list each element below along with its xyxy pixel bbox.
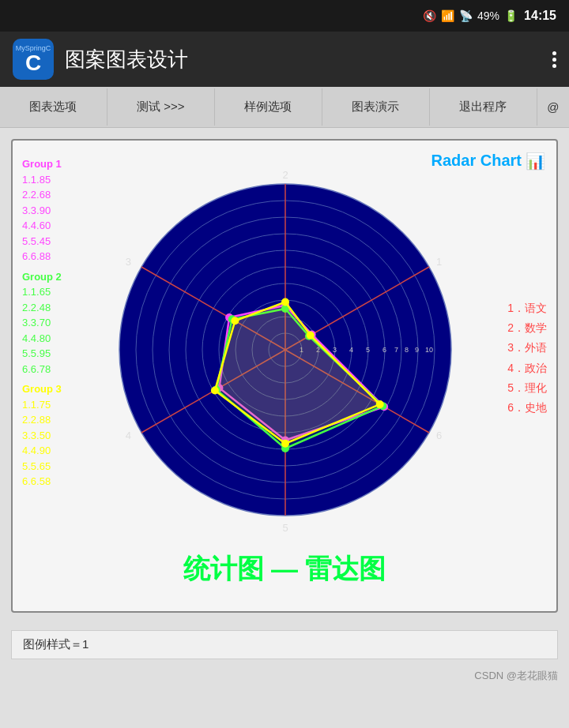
svg-point-50 <box>231 317 239 325</box>
menu-button[interactable] <box>552 51 556 68</box>
group2-values: 1.1.65 2.2.48 3.3.70 4.4.80 5.5.95 6.6.7… <box>22 284 62 377</box>
chart-container: Radar Chart 📊 Group 1 1.1.85 2.2.68 3.3.… <box>11 139 558 613</box>
svg-text:5: 5 <box>282 522 288 534</box>
svg-point-49 <box>281 298 289 306</box>
svg-text:8: 8 <box>405 346 409 354</box>
axis-label-1: 1．语文 <box>507 298 547 318</box>
nav-item-at[interactable]: @ <box>537 89 569 125</box>
svg-text:9: 9 <box>415 346 419 354</box>
wifi-icon: 📶 <box>441 9 454 22</box>
svg-point-48 <box>307 332 315 340</box>
svg-text:6: 6 <box>382 346 386 354</box>
status-bar: 🔇 📶 📡 49% 🔋 14:15 <box>0 0 569 32</box>
nav-item-test[interactable]: 测试 >>> <box>107 88 215 126</box>
axis-label-5: 5．理化 <box>507 378 547 398</box>
legend-left: Group 1 1.1.85 2.2.68 3.3.90 4.4.60 5.5.… <box>22 156 62 490</box>
nav-item-exit[interactable]: 退出程序 <box>430 88 537 126</box>
chart-subtitle: 统计图 — 雷达图 <box>13 551 556 587</box>
nav-item-chart-options[interactable]: 图表选项 <box>0 88 107 126</box>
axis-label-6: 6．史地 <box>507 398 547 418</box>
nav-bar: 图表选项 测试 >>> 样例选项 图表演示 退出程序 @ <box>0 87 569 128</box>
group2-title: Group 2 <box>22 269 62 285</box>
battery-text: 49% <box>477 9 499 22</box>
app-title: 图案图表设计 <box>65 46 541 73</box>
logo-char: C <box>25 52 41 74</box>
svg-text:10: 10 <box>425 346 433 354</box>
svg-text:6: 6 <box>436 430 442 441</box>
svg-text:5: 5 <box>366 346 370 354</box>
nav-item-sample-options[interactable]: 样例选项 <box>215 88 322 126</box>
svg-text:3: 3 <box>333 346 337 354</box>
chart-title-icon: 📊 <box>526 152 545 171</box>
main-content: Radar Chart 📊 Group 1 1.1.85 2.2.68 3.3.… <box>0 128 569 624</box>
svg-text:3: 3 <box>126 256 131 268</box>
mute-icon: 🔇 <box>423 9 436 22</box>
group1-values: 1.1.85 2.2.68 3.3.90 4.4.60 5.5.45 6.6.8… <box>22 172 62 265</box>
nav-item-chart-demo[interactable]: 图表演示 <box>322 88 430 126</box>
legend-right: 1．语文 2．数学 3．外语 4．政治 5．理化 6．史地 <box>507 298 547 418</box>
svg-text:7: 7 <box>394 346 398 354</box>
axis-label-2: 2．数学 <box>507 318 547 338</box>
status-time: 14:15 <box>524 9 556 23</box>
battery-icon: 🔋 <box>504 9 518 22</box>
axis-label-4: 4．政治 <box>507 358 547 378</box>
radar-chart-svg: 2 1 6 5 4 3 1 2 3 4 5 6 7 8 9 10 <box>115 148 455 567</box>
svg-text:4: 4 <box>126 430 131 441</box>
svg-text:1: 1 <box>436 256 442 268</box>
watermark: CSDN @老花眼猫 <box>0 666 569 686</box>
group1-title: Group 1 <box>22 156 62 172</box>
group3-values: 1.1.75 2.2.88 3.3.50 4.4.90 5.5.65 6.6.5… <box>22 397 62 490</box>
signal-icon: 📡 <box>459 9 473 22</box>
status-footer: 图例样式＝1 <box>11 630 558 659</box>
app-logo: MySpringC C <box>13 39 54 80</box>
svg-point-53 <box>376 400 384 408</box>
group3-title: Group 3 <box>22 381 62 397</box>
legend-style-label: 图例样式＝1 <box>23 637 89 651</box>
svg-text:2: 2 <box>282 169 288 181</box>
svg-point-52 <box>281 440 289 448</box>
svg-text:4: 4 <box>349 346 353 354</box>
svg-point-51 <box>211 387 219 395</box>
app-header: MySpringC C 图案图表设计 <box>0 32 569 87</box>
axis-label-3: 3．外语 <box>507 338 547 358</box>
status-icons: 🔇 📶 📡 49% 🔋 <box>423 9 518 22</box>
